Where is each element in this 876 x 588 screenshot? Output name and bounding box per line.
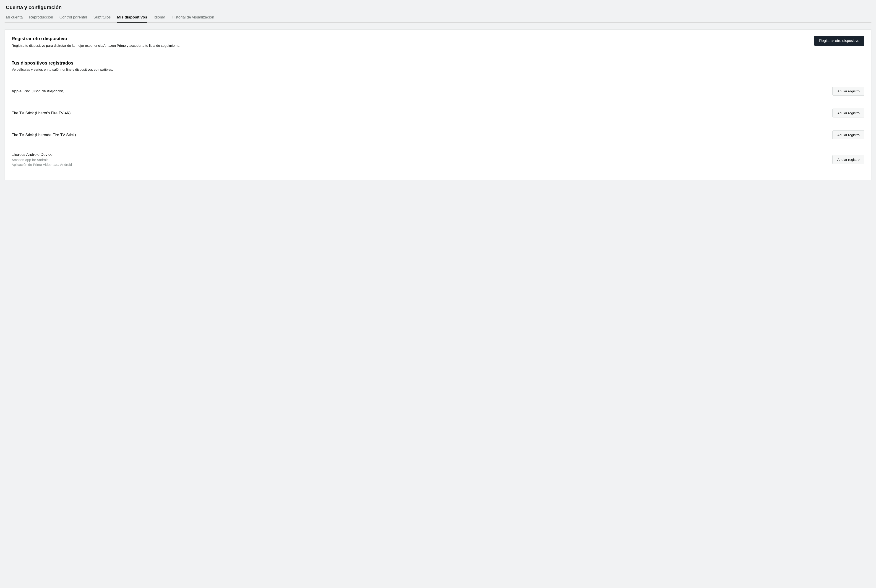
registered-description: Ve películas y series en tu salón, onlin… [12,68,864,71]
device-list: Apple iPad (iPad de Alejandro)Anular reg… [5,78,871,180]
device-name: Lherot's Android Device [12,152,72,157]
device-name: Apple iPad (iPad de Alejandro) [12,89,64,93]
register-title: Registrar otro dispositivo [12,36,180,41]
device-row: Lherot's Android DeviceAmazon App for An… [12,146,864,173]
tab-control-parental[interactable]: Control parental [60,15,87,22]
tab-mi-cuenta[interactable]: Mi cuenta [6,15,23,22]
register-description: Registra tu dispositivo para disfrutar d… [12,44,180,48]
tab-subtítulos[interactable]: Subtítulos [93,15,111,22]
device-subline: Aplicación de Prime Video para Android [12,163,72,166]
page-title: Cuenta y configuración [6,4,872,10]
register-text: Registrar otro dispositivo Registra tu d… [12,36,180,48]
registered-title: Tus dispositivos registrados [12,60,864,66]
tab-historial-de-visualización[interactable]: Historial de visualización [171,15,214,22]
tabs-bar: Mi cuentaReproducciónControl parentalSub… [4,15,872,22]
device-name: Fire TV Stick (Lherot's Fire TV 4K) [12,111,71,116]
device-name: Fire TV Stick (Lherotde Fire TV Stick) [12,133,76,137]
device-info: Apple iPad (iPad de Alejandro) [12,89,64,93]
unregister-button[interactable]: Anular registro [832,130,864,140]
unregister-button[interactable]: Anular registro [832,87,864,96]
devices-panel: Registrar otro dispositivo Registra tu d… [4,29,872,180]
unregister-button[interactable]: Anular registro [832,109,864,117]
register-device-button[interactable]: Registrar otro dispositivo [814,36,864,46]
registered-header: Tus dispositivos registrados Ve película… [5,54,871,78]
device-row: Fire TV Stick (Lherotde Fire TV Stick)An… [12,124,864,146]
device-info: Fire TV Stick (Lherot's Fire TV 4K) [12,111,71,116]
device-info: Lherot's Android DeviceAmazon App for An… [12,152,72,166]
device-row: Fire TV Stick (Lherot's Fire TV 4K)Anula… [12,102,864,124]
register-section: Registrar otro dispositivo Registra tu d… [5,30,871,54]
tab-idioma[interactable]: Idioma [153,15,165,22]
tab-mis-dispositivos[interactable]: Mis dispositivos [117,15,147,22]
device-row: Apple iPad (iPad de Alejandro)Anular reg… [12,80,864,102]
tab-reproducción[interactable]: Reproducción [29,15,53,22]
device-subline: Amazon App for Android [12,158,72,162]
unregister-button[interactable]: Anular registro [832,155,864,164]
device-info: Fire TV Stick (Lherotde Fire TV Stick) [12,133,76,137]
